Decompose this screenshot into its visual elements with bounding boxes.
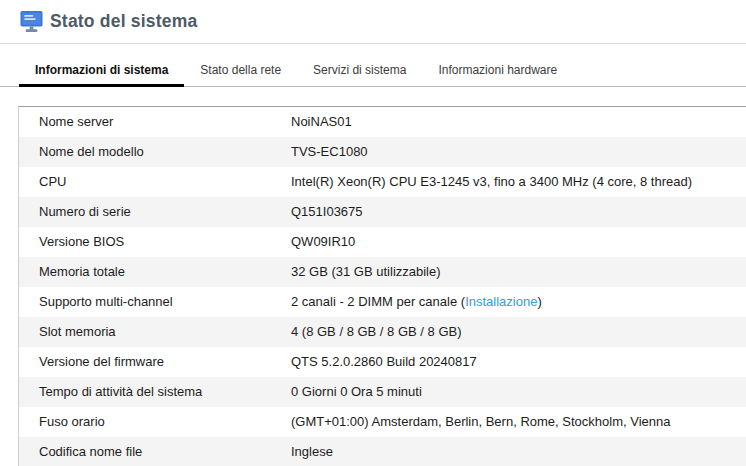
info-value: (GMT+01:00) Amsterdam, Berlin, Bern, Rom… <box>291 407 746 437</box>
info-value: NoiNAS01 <box>291 107 746 137</box>
info-label: Nome server <box>19 107 291 137</box>
info-value: 2 canali - 2 DIMM per canale (Installazi… <box>291 287 746 317</box>
info-label: CPU <box>19 167 291 197</box>
info-label: Memoria totale <box>19 257 291 287</box>
info-label: Versione BIOS <box>19 227 291 257</box>
tab-stato-della-rete[interactable]: Stato della rete <box>184 57 297 86</box>
info-value-text: 2 canali - 2 DIMM per canale ( <box>291 294 465 309</box>
table-row: Numero di serieQ151I03675 <box>19 197 746 227</box>
table-row: Codifica nome fileInglese <box>19 437 746 466</box>
table-row: Versione BIOSQW09IR10 <box>19 227 746 257</box>
tab-informazioni-hardware[interactable]: Informazioni hardware <box>422 57 573 86</box>
info-label: Codifica nome file <box>19 437 291 466</box>
info-value: Intel(R) Xeon(R) CPU E3-1245 v3, fino a … <box>291 167 746 197</box>
tab-servizi-di-sistema[interactable]: Servizi di sistema <box>297 57 422 86</box>
info-value: 0 Giorni 0 Ora 5 minuti <box>291 377 746 407</box>
info-label: Slot memoria <box>19 317 291 347</box>
info-value-text: ) <box>537 294 541 309</box>
tab-bar: Informazioni di sistemaStato della reteS… <box>0 57 746 87</box>
info-value: TVS-EC1080 <box>291 137 746 167</box>
system-info-table: Nome serverNoiNAS01Nome del modelloTVS-E… <box>18 106 746 466</box>
table-row: CPUIntel(R) Xeon(R) CPU E3-1245 v3, fino… <box>19 167 746 197</box>
info-value: Q151I03675 <box>291 197 746 227</box>
info-value: Inglese <box>291 437 746 466</box>
info-label: Numero di serie <box>19 197 291 227</box>
table-row: Supporto multi-channel2 canali - 2 DIMM … <box>19 287 746 317</box>
page-title: Stato del sistema <box>50 11 197 32</box>
page-header: Stato del sistema <box>0 0 746 44</box>
table-row: Nome serverNoiNAS01 <box>19 107 746 137</box>
info-label: Tempo di attività del sistema <box>19 377 291 407</box>
table-row: Tempo di attività del sistema0 Giorni 0 … <box>19 377 746 407</box>
info-value: 32 GB (31 GB utilizzabile) <box>291 257 746 287</box>
table-row: Versione del firmwareQTS 5.2.0.2860 Buil… <box>19 347 746 377</box>
info-value: 4 (8 GB / 8 GB / 8 GB / 8 GB) <box>291 317 746 347</box>
installation-link[interactable]: Installazione <box>465 294 537 309</box>
info-label: Supporto multi-channel <box>19 287 291 317</box>
info-value: QTS 5.2.0.2860 Build 20240817 <box>291 347 746 377</box>
table-row: Slot memoria4 (8 GB / 8 GB / 8 GB / 8 GB… <box>19 317 746 347</box>
info-label: Nome del modello <box>19 137 291 167</box>
tab-informazioni-di-sistema[interactable]: Informazioni di sistema <box>19 57 184 86</box>
monitor-icon <box>20 10 43 33</box>
table-row: Fuso orario(GMT+01:00) Amsterdam, Berlin… <box>19 407 746 437</box>
info-value: QW09IR10 <box>291 227 746 257</box>
info-label: Fuso orario <box>19 407 291 437</box>
info-label: Versione del firmware <box>19 347 291 377</box>
table-row: Memoria totale32 GB (31 GB utilizzabile) <box>19 257 746 287</box>
table-row: Nome del modelloTVS-EC1080 <box>19 137 746 167</box>
